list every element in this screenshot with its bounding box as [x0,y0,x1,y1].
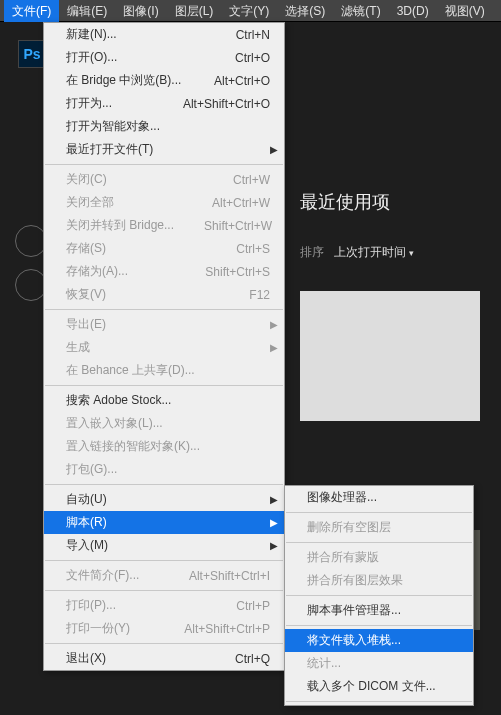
file-menu-sep-26 [45,560,283,561]
sort-label: 排序 [300,244,324,261]
menubar-item-1[interactable]: 编辑(E) [59,0,115,22]
file-menu-item-label: 打包(G)... [66,461,117,478]
file-menu-item-shortcut: Ctrl+S [236,242,270,256]
file-menu-item-label: 退出(X) [66,650,106,667]
script-menu-item-7[interactable]: 脚本事件管理器... [285,599,473,622]
file-menu-item-7: 关闭(C)Ctrl+W [44,168,284,191]
file-menu-item-2[interactable]: 在 Bridge 中浏览(B)...Alt+Ctrl+O [44,69,284,92]
script-menu-item-2: 删除所有空图层 [285,516,473,539]
file-menu-item-label: 置入嵌入对象(L)... [66,415,163,432]
menubar-item-7[interactable]: 3D(D) [389,0,437,22]
script-menu-sep-1 [286,512,472,513]
script-menu-item-label: 删除所有空图层 [307,519,391,536]
file-menu-item-shortcut: Shift+Ctrl+W [204,219,272,233]
file-menu-item-3[interactable]: 打开为...Alt+Shift+Ctrl+O [44,92,284,115]
recent-thumbnail-1[interactable] [300,291,480,421]
file-menu-sep-22 [45,484,283,485]
script-menu-item-label: 拼合所有图层效果 [307,572,403,589]
file-menu-item-label: 打开为... [66,95,112,112]
file-menu-item-label: 导出(E) [66,316,106,333]
ps-logo: Ps [18,40,46,68]
chevron-right-icon: ▶ [270,319,278,330]
menubar-item-0[interactable]: 文件(F) [4,0,59,22]
file-menu-sep-28 [45,590,283,591]
file-menu-item-shortcut: Alt+Shift+Ctrl+P [184,622,270,636]
file-menu-item-label: 自动(U) [66,491,107,508]
chevron-down-icon: ▾ [409,248,414,258]
file-menu-item-label: 生成 [66,339,90,356]
chevron-right-icon: ▶ [270,342,278,353]
file-menu-item-label: 在 Behance 上共享(D)... [66,362,195,379]
file-menu-item-1[interactable]: 打开(O)...Ctrl+O [44,46,284,69]
file-menu-item-20: 置入链接的智能对象(K)... [44,435,284,458]
script-menu-item-10: 统计... [285,652,473,675]
script-menu-sep-3 [286,542,472,543]
script-menu-item-0[interactable]: 图像处理器... [285,486,473,509]
script-menu-item-9[interactable]: 将文件载入堆栈... [285,629,473,652]
file-menu-item-label: 关闭并转到 Bridge... [66,217,174,234]
file-menu-item-11: 存储为(A)...Shift+Ctrl+S [44,260,284,283]
file-menu-item-shortcut: Alt+Ctrl+O [214,74,270,88]
file-menu-item-label: 在 Bridge 中浏览(B)... [66,72,181,89]
file-menu-item-label: 打开(O)... [66,49,117,66]
file-menu-item-label: 打印一份(Y) [66,620,130,637]
file-menu-item-shortcut: Alt+Shift+Ctrl+I [189,569,270,583]
file-menu-item-shortcut: Ctrl+P [236,599,270,613]
sort-row: 排序 上次打开时间 ▾ [300,244,480,261]
file-menu-item-label: 存储为(A)... [66,263,128,280]
file-menu-item-shortcut: Alt+Shift+Ctrl+O [183,97,270,111]
chevron-right-icon: ▶ [270,540,278,551]
file-menu-item-label: 存储(S) [66,240,106,257]
file-menu-item-shortcut: Ctrl+W [233,173,270,187]
file-menu-item-23[interactable]: 自动(U)▶ [44,488,284,511]
file-menu-item-shortcut: Shift+Ctrl+S [205,265,270,279]
file-menu-item-10: 存储(S)Ctrl+S [44,237,284,260]
file-menu-item-30: 打印一份(Y)Alt+Shift+Ctrl+P [44,617,284,640]
menubar-item-5[interactable]: 选择(S) [277,0,333,22]
file-menu-item-label: 置入链接的智能对象(K)... [66,438,200,455]
file-menu-item-4[interactable]: 打开为智能对象... [44,115,284,138]
menubar-item-8[interactable]: 视图(V) [437,0,493,22]
file-menu-item-shortcut: F12 [249,288,270,302]
file-menu-item-label: 搜索 Adobe Stock... [66,392,171,409]
file-menu-item-25[interactable]: 导入(M)▶ [44,534,284,557]
file-menu-item-29: 打印(P)...Ctrl+P [44,594,284,617]
file-menu-item-0[interactable]: 新建(N)...Ctrl+N [44,23,284,46]
file-menu-item-label: 文件简介(F)... [66,567,139,584]
script-menu-sep-6 [286,595,472,596]
sort-value[interactable]: 上次打开时间 ▾ [334,244,414,261]
file-menu-item-label: 打印(P)... [66,597,116,614]
script-menu-item-11[interactable]: 载入多个 DICOM 文件... [285,675,473,698]
script-menu-item-label: 拼合所有蒙版 [307,549,379,566]
file-menu-item-label: 关闭(C) [66,171,107,188]
file-menu-item-21: 打包(G)... [44,458,284,481]
script-menu-sep-8 [286,625,472,626]
menubar-item-2[interactable]: 图像(I) [115,0,166,22]
file-menu-item-19: 置入嵌入对象(L)... [44,412,284,435]
file-menu-item-8: 关闭全部Alt+Ctrl+W [44,191,284,214]
file-menu-item-27: 文件简介(F)...Alt+Shift+Ctrl+I [44,564,284,587]
script-menu-item-4: 拼合所有蒙版 [285,546,473,569]
file-menu-item-label: 关闭全部 [66,194,114,211]
file-menu-item-label: 新建(N)... [66,26,117,43]
file-menu-item-18[interactable]: 搜索 Adobe Stock... [44,389,284,412]
menubar-item-6[interactable]: 滤镜(T) [333,0,388,22]
file-menu-sep-17 [45,385,283,386]
file-menu-item-9: 关闭并转到 Bridge...Shift+Ctrl+W [44,214,284,237]
menubar-item-4[interactable]: 文字(Y) [221,0,277,22]
file-menu-sep-6 [45,164,283,165]
file-menu-item-shortcut: Alt+Ctrl+W [212,196,270,210]
recent-panel: 最近使用项 排序 上次打开时间 ▾ [300,190,480,421]
file-menu-item-shortcut: Ctrl+O [235,51,270,65]
file-menu-dropdown: 新建(N)...Ctrl+N打开(O)...Ctrl+O在 Bridge 中浏览… [43,22,285,671]
file-menu-item-label: 恢复(V) [66,286,106,303]
file-menu-item-32[interactable]: 退出(X)Ctrl+Q [44,647,284,670]
script-menu-item-label: 将文件载入堆栈... [307,632,401,649]
file-menu-item-5[interactable]: 最近打开文件(T)▶ [44,138,284,161]
chevron-right-icon: ▶ [270,494,278,505]
file-menu-item-24[interactable]: 脚本(R)▶ [44,511,284,534]
menubar-item-3[interactable]: 图层(L) [167,0,222,22]
file-menu-item-12: 恢复(V)F12 [44,283,284,306]
file-menu-item-15: 生成▶ [44,336,284,359]
menubar: 文件(F)编辑(E)图像(I)图层(L)文字(Y)选择(S)滤镜(T)3D(D)… [0,0,501,22]
